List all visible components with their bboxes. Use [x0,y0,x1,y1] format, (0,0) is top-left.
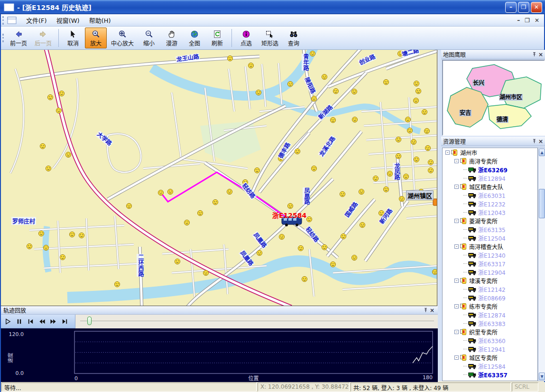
smiley-marker-icon[interactable] [212,199,218,205]
smiley-marker-icon[interactable] [302,276,307,281]
smiley-marker-icon[interactable] [287,203,293,208]
slider-thumb[interactable] [87,317,92,325]
tree-expander[interactable]: - [454,330,459,334]
close-icon[interactable]: × [537,138,544,145]
smiley-marker-icon[interactable] [340,191,345,196]
tree-vehicle-row[interactable]: 浙E12232 [443,199,537,208]
tree-vehicle-row[interactable]: 浙E63031 [443,191,537,199]
smiley-marker-icon[interactable] [387,171,392,176]
smiley-marker-icon[interactable] [27,243,32,249]
tree-vehicle-row[interactable]: 浙E63360 [443,336,537,345]
smiley-marker-icon[interactable] [333,88,338,93]
pin-icon[interactable] [531,51,537,58]
tree-vehicle-row[interactable]: 浙E63317 [443,259,537,268]
tree-vehicle-row[interactable]: 浙E12340 [443,251,537,259]
tree-group-row[interactable]: -城区稽查大队 [443,182,537,191]
restore-button[interactable]: ❐ [518,2,529,13]
smiley-marker-icon[interactable] [306,216,312,222]
tree-expander[interactable]: - [454,279,459,283]
menu-item-1[interactable]: 视窗(W) [52,14,84,26]
smiley-marker-icon[interactable] [351,255,357,260]
smiley-marker-icon[interactable] [311,96,316,101]
tree-vehicle-row[interactable]: 浙E12584 [443,362,537,370]
smiley-marker-icon[interactable] [257,250,262,255]
minimize-button[interactable]: – [505,2,517,13]
smiley-marker-icon[interactable] [424,128,429,133]
tree-vehicle-row[interactable]: 浙E63269 [443,165,537,174]
playback-fast-forward-button[interactable] [47,316,59,327]
resource-tree[interactable]: -湖州市-南浔专卖所浙E63269浙E12894-城区稽查大队浙E63031浙E… [442,148,538,381]
smiley-marker-icon[interactable] [158,190,163,195]
tree-group-row[interactable]: -南浔稽查大队 [443,242,537,251]
tree-group-row[interactable]: -菱湖专卖所 [443,216,537,225]
smiley-marker-icon[interactable] [397,51,403,56]
close-icon[interactable]: × [537,51,544,58]
toolbar-button-back-arrow[interactable]: 前一页 [7,28,30,48]
close-button[interactable]: ✕ [531,2,542,13]
smiley-marker-icon[interactable] [360,222,365,227]
smiley-marker-icon[interactable] [399,196,404,201]
smiley-marker-icon[interactable] [352,117,357,122]
smiley-marker-icon[interactable] [47,94,53,100]
smiley-marker-icon[interactable] [248,63,253,68]
smiley-marker-icon[interactable] [396,153,401,159]
child-restore-button[interactable]: ❐ [525,17,530,24]
smiley-marker-icon[interactable] [407,128,412,133]
smiley-marker-icon[interactable] [351,89,357,94]
eagle-region-2[interactable] [447,87,488,127]
scroll-thumb[interactable] [539,189,545,218]
menu-item-2[interactable]: 帮助(H) [84,14,116,26]
smiley-marker-icon[interactable] [311,166,316,171]
pin-icon[interactable] [422,307,429,314]
tree-vehicle-row[interactable]: 浙E08669 [443,293,537,302]
toolbar-button-globe[interactable]: 全图 [184,28,205,48]
smiley-marker-icon[interactable] [46,166,51,171]
smiley-marker-icon[interactable] [227,56,232,61]
toolbar-button-point-select[interactable]: 点选 [235,28,257,48]
tree-expander[interactable]: - [454,304,459,308]
smiley-marker-icon[interactable] [425,145,430,150]
tree-group-row[interactable]: -城区专卖所 [443,353,537,362]
tree-vehicle-row[interactable]: 浙E12142 [443,285,537,293]
smiley-marker-icon[interactable] [298,245,303,251]
eagle-region-3[interactable] [488,104,531,129]
toolbar-button-zoom-out[interactable]: 缩小 [138,28,160,48]
smiley-marker-icon[interactable] [254,168,259,173]
tree-vehicle-row[interactable]: 浙E09387 [443,379,537,381]
smiley-marker-icon[interactable] [359,189,364,194]
menu-item-0[interactable]: 文件(F) [21,14,52,26]
smiley-marker-icon[interactable] [416,88,421,93]
smiley-marker-icon[interactable] [413,98,418,103]
tree-expander[interactable]: - [445,150,450,155]
smiley-marker-icon[interactable] [242,179,248,185]
child-minimize-button[interactable]: – [517,17,520,24]
smiley-marker-icon[interactable] [403,174,408,179]
toolbar-button-refresh[interactable]: 刷新 [206,28,228,48]
smiley-marker-icon[interactable] [411,139,416,144]
smiley-marker-icon[interactable] [278,156,283,161]
smiley-marker-icon[interactable] [428,168,433,173]
smiley-marker-icon[interactable] [167,189,173,194]
smiley-marker-icon[interactable] [396,137,401,142]
tree-expander[interactable]: - [454,159,459,163]
toolbar-button-pan-hand[interactable]: 漫游 [161,28,183,48]
pin-icon[interactable] [531,138,537,145]
smiley-marker-icon[interactable] [322,244,327,250]
tree-vehicle-row[interactable]: 浙E12941 [443,345,537,353]
smiley-marker-icon[interactable] [203,270,208,275]
scroll-down-icon[interactable]: ▼ [539,373,545,380]
smiley-marker-icon[interactable] [422,109,427,114]
tree-group-row[interactable]: -埭溪专卖所 [443,276,537,285]
scroll-up-icon[interactable]: ▲ [539,149,545,156]
tree-vehicle-row[interactable]: 浙E12043 [443,208,537,216]
smiley-marker-icon[interactable] [405,117,410,122]
smiley-marker-icon[interactable] [175,259,180,264]
smiley-marker-icon[interactable] [60,254,65,260]
smiley-marker-icon[interactable] [295,149,300,154]
smiley-marker-icon[interactable] [56,108,61,113]
tree-expander[interactable]: - [454,185,459,189]
smiley-marker-icon[interactable] [227,189,232,194]
child-close-button[interactable]: ✕ [535,17,539,24]
smiley-marker-icon[interactable] [287,81,293,86]
tree-group-row[interactable]: -织里专卖所 [443,327,537,336]
